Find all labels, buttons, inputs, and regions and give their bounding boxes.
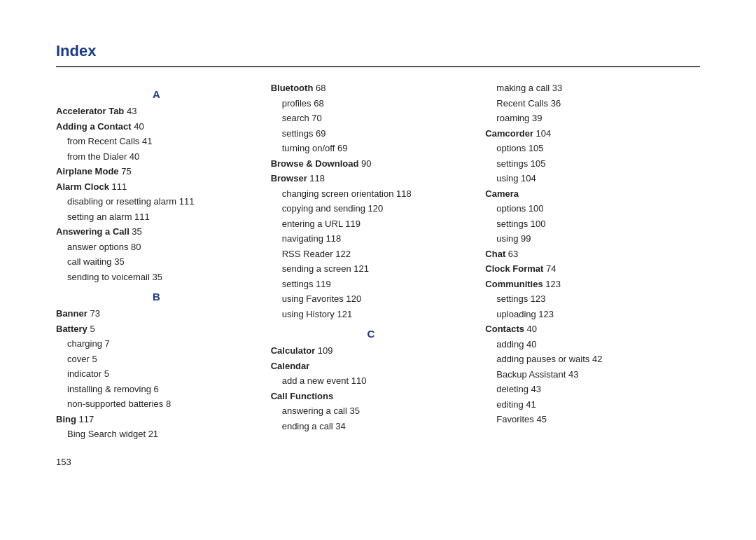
- index-entry: editing 41: [485, 398, 686, 412]
- entry-text: sending a screen: [282, 263, 351, 274]
- entry-page: 5: [88, 324, 95, 334]
- entry-text: Calendar: [271, 361, 310, 371]
- entry-text: using: [496, 173, 518, 184]
- entry-text: copying and sending: [282, 203, 365, 214]
- entry-text: Recent Calls: [496, 98, 548, 109]
- index-entry: add a new event 110: [271, 374, 472, 388]
- entry-page: 75: [119, 166, 132, 176]
- entry-page: 105: [526, 143, 543, 153]
- entry-text: Alarm Clock: [56, 181, 109, 192]
- entry-page: 5: [90, 354, 97, 364]
- entry-page: 40: [127, 151, 139, 162]
- entry-text: disabling or resetting alarm: [67, 196, 176, 207]
- index-entry: making a call 33: [485, 81, 686, 95]
- entry-text: Backup Assistant: [496, 369, 566, 380]
- entry-text: Favorites: [496, 414, 533, 424]
- entry-text: non-supported batteries: [67, 399, 163, 409]
- entry-page: 68: [312, 98, 324, 109]
- index-entry: answering a call 35: [271, 404, 472, 418]
- entry-page: 90: [358, 158, 371, 169]
- entry-text: Accelerator Tab: [56, 106, 124, 116]
- entry-page: 69: [313, 128, 326, 139]
- entry-text: changing screen orientation: [282, 188, 394, 199]
- index-entry: Browse & Download 90: [271, 157, 472, 171]
- entry-text: search: [282, 113, 309, 123]
- entry-page: 45: [534, 414, 547, 424]
- entry-page: 39: [529, 113, 542, 123]
- entry-text: profiles: [282, 98, 312, 109]
- entry-page: 35: [150, 272, 162, 282]
- entry-text: using Favorites: [282, 293, 344, 304]
- index-entry: using 104: [485, 172, 686, 186]
- index-entry: using History 121: [271, 307, 472, 321]
- index-entry: Camcorder 104: [485, 127, 686, 141]
- entry-page: 118: [323, 233, 341, 244]
- index-entry: disabling or resetting alarm 111: [56, 195, 257, 209]
- index-entry: changing screen orientation 118: [271, 187, 472, 201]
- entry-page: 33: [550, 83, 562, 93]
- index-entry: using Favorites 120: [271, 292, 472, 306]
- entry-text: Adding a Contact: [56, 121, 132, 132]
- index-entry: indicator 5: [56, 367, 257, 381]
- index-entry: Communities 123: [485, 277, 686, 291]
- entry-page: 43: [566, 369, 578, 380]
- entry-text: from Recent Calls: [67, 136, 139, 146]
- index-entry: options 105: [485, 141, 686, 155]
- index-entry: Answering a Call 35: [56, 225, 257, 239]
- entry-text: Contacts: [485, 324, 524, 334]
- entry-page: 121: [335, 309, 352, 319]
- index-entry: installing & removing 6: [56, 382, 257, 396]
- index-entry: Calculator 109: [271, 344, 472, 358]
- index-entry: Alarm Clock 111: [56, 180, 257, 194]
- entry-text: making a call: [496, 83, 550, 93]
- index-entry: charging 7: [56, 337, 257, 351]
- entry-text: cover: [67, 354, 90, 364]
- index-entry: Calendar: [271, 359, 472, 373]
- section-letter-B: B: [56, 291, 257, 303]
- entry-page: 35: [112, 256, 125, 267]
- entry-text: editing: [496, 399, 523, 410]
- entry-page: 117: [76, 414, 94, 424]
- entry-page: 123: [536, 309, 554, 319]
- index-entry: Clock Format 74: [485, 262, 686, 276]
- index-entry: Backup Assistant 43: [485, 368, 686, 382]
- entry-page: 35: [130, 226, 142, 237]
- divider: [56, 66, 700, 67]
- index-entry: Adding a Contact 40: [56, 120, 257, 134]
- section-letter-A: A: [56, 88, 257, 100]
- index-entry: adding pauses or waits 42: [485, 352, 686, 366]
- entry-page: 123: [543, 279, 561, 289]
- index-entry: Browser 118: [271, 172, 472, 186]
- entry-text: answer options: [67, 242, 128, 252]
- index-entry: entering a URL 119: [271, 217, 472, 231]
- index-entry: search 70: [271, 111, 472, 125]
- entry-text: using History: [282, 309, 335, 319]
- entry-page: 122: [333, 249, 351, 259]
- index-entry: Chat 63: [485, 247, 686, 261]
- index-entry: settings 123: [485, 292, 686, 306]
- entry-page: 110: [349, 375, 366, 386]
- entry-page: 21: [146, 429, 158, 439]
- index-entry: from Recent Calls 41: [56, 134, 257, 148]
- index-entry: roaming 39: [485, 111, 686, 125]
- entry-text: settings: [282, 279, 314, 289]
- entry-page: 104: [533, 128, 551, 139]
- index-entry: call waiting 35: [56, 255, 257, 269]
- entry-page: 70: [309, 113, 322, 123]
- entry-page: 73: [88, 308, 100, 319]
- index-entry: adding 40: [485, 338, 686, 352]
- entry-text: Browser: [271, 173, 307, 184]
- entry-text: navigating: [282, 233, 323, 244]
- entry-page: 8: [163, 399, 171, 409]
- entry-text: charging: [67, 338, 102, 349]
- entry-text: Clock Format: [485, 263, 543, 274]
- entry-text: Bluetooth: [271, 83, 314, 93]
- entry-page: 100: [526, 203, 543, 214]
- entry-page: 105: [528, 158, 545, 169]
- entry-page: 5: [102, 368, 109, 379]
- entry-text: Communities: [485, 279, 542, 289]
- index-entry: settings 105: [485, 157, 686, 171]
- entry-text: settings: [282, 128, 314, 139]
- entry-text: Bing: [56, 414, 76, 424]
- index-entry: setting an alarm 111: [56, 210, 257, 224]
